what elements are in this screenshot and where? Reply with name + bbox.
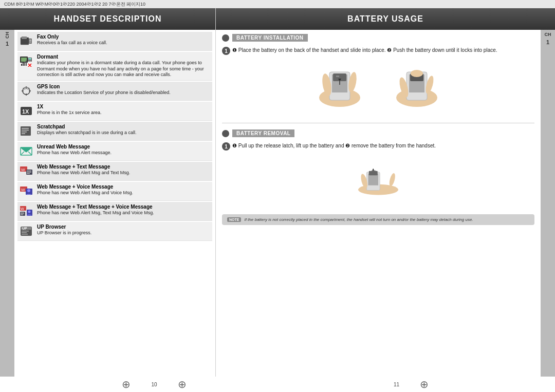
svg-point-82 xyxy=(388,173,397,186)
crosshair-center: ⊕ xyxy=(178,378,187,390)
note-label: NOTE xyxy=(227,217,241,222)
fax-only-title: Fax Only xyxy=(37,34,211,40)
list-item: Dormant Indicates your phone is in a dor… xyxy=(17,52,212,81)
svg-rect-39 xyxy=(27,171,31,171)
up-browser-body: UP Browser is in progress. xyxy=(37,230,211,236)
remove-step1-text: ❶ Pull up the release latch, lift up the… xyxy=(232,142,436,150)
svg-rect-12 xyxy=(21,64,22,66)
gps-icon xyxy=(18,84,34,98)
web-voice-body: Phone has new Web Alert Msg and Voice Ms… xyxy=(37,190,211,196)
gps-title: GPS Icon xyxy=(37,84,211,89)
left-panel: HANDSET DESCRIPTION CH 1 xyxy=(0,8,216,377)
svg-rect-5 xyxy=(29,42,31,43)
battery-install-dot xyxy=(222,34,229,42)
left-header: HANDSET DESCRIPTION xyxy=(0,8,215,30)
svg-rect-4 xyxy=(29,41,31,42)
svg-rect-14 xyxy=(24,62,25,66)
web-text-voice-icon: W xyxy=(18,204,34,218)
remove-step1-circle: 1 xyxy=(222,142,230,151)
svg-rect-50 xyxy=(21,214,24,214)
svg-rect-13 xyxy=(23,63,24,66)
install-step1-part1: ❶ Place the battery on the back of the h… xyxy=(232,47,497,53)
ch-number-right: 1 xyxy=(546,39,549,45)
crosshair-right: ⊕ xyxy=(420,378,429,390)
unread-web-title: Unread Web Message xyxy=(37,144,211,150)
step1-circle: 1 xyxy=(222,47,230,55)
svg-point-53 xyxy=(28,211,31,213)
battery-remove-title: BATTERY REMOVAL xyxy=(232,129,294,137)
svg-rect-3 xyxy=(29,40,31,41)
svg-rect-57 xyxy=(22,231,29,232)
web-text-voice-title: Web Message + Text Message + Voice Messa… xyxy=(37,204,211,210)
dormant-icon xyxy=(18,54,34,68)
up-browser-icon: UP xyxy=(18,224,34,238)
list-item: W Web Message + Voice Message Phone has … xyxy=(17,182,212,201)
svg-rect-66 xyxy=(336,76,339,77)
svg-rect-78 xyxy=(368,174,379,185)
unread-web-icon xyxy=(18,144,34,158)
list-item: W Web Message + Text Message Phone has n… xyxy=(17,162,212,181)
ch-label-right: CH xyxy=(545,32,551,37)
svg-rect-49 xyxy=(21,213,24,213)
svg-rect-29 xyxy=(22,134,25,135)
ch-number-left: 1 xyxy=(6,41,9,47)
svg-rect-26 xyxy=(22,128,29,129)
footer: ⊕ 10 ⊕ 11 ⊕ xyxy=(0,377,555,392)
web-voice-title: Web Message + Voice Message xyxy=(37,184,211,190)
top-bar: CDM 8〄1〄M W〄M〄0〄1〄220 2004〄1〄2 20 7〄온전 페… xyxy=(0,0,555,8)
right-panel: BATTERY USAGE BATTERY INSTALLATION 1 ❶ P… xyxy=(216,8,555,377)
web-voice-icon: W xyxy=(18,184,34,198)
dormant-body: Indicates your phone is in a dormant sta… xyxy=(37,60,211,78)
svg-rect-25 xyxy=(21,126,31,136)
svg-text:W: W xyxy=(21,188,25,192)
1x-icon: 1X xyxy=(18,104,34,118)
gps-body: Indicates the Location Service of your p… xyxy=(37,90,211,96)
svg-rect-10 xyxy=(28,60,31,61)
dormant-title: Dormant xyxy=(37,54,211,60)
svg-text:1X: 1X xyxy=(22,108,29,115)
svg-text:W: W xyxy=(21,167,25,172)
svg-line-34 xyxy=(21,152,24,155)
svg-rect-40 xyxy=(27,172,31,173)
web-text-icon: W xyxy=(18,164,34,178)
battery-installation-section: BATTERY INSTALLATION 1 ❶ Place the batte… xyxy=(222,34,534,115)
list-item: Unread Web Message Phone has new Web Ale… xyxy=(17,142,212,161)
icon-list: Fax Only Receives a fax call as a voice … xyxy=(14,30,215,377)
remove-hand xyxy=(345,155,412,206)
ch-sidebar-left: CH 1 xyxy=(0,30,14,377)
fax-icon xyxy=(18,34,34,48)
ch-sidebar-right: CH 1 xyxy=(541,30,555,377)
svg-rect-51 xyxy=(21,215,23,215)
svg-line-35 xyxy=(28,152,32,155)
note-text: If the battery is not correctly placed i… xyxy=(244,217,473,222)
ch-label-left: CH xyxy=(5,32,10,39)
1x-body: Phone is in the 1x service area. xyxy=(37,110,211,116)
battery-removal-section: BATTERY REMOVAL 1 ❶ Pull up the release … xyxy=(222,129,534,210)
svg-text:UP: UP xyxy=(22,227,27,230)
svg-text:W: W xyxy=(21,207,24,211)
crosshair-left: ⊕ xyxy=(122,378,131,390)
step1-text: ❶ Place the battery on the back of the h… xyxy=(232,47,497,54)
1x-title: 1X xyxy=(37,104,211,109)
web-text-body: Phone has new Web Alert Msg and Text Msg… xyxy=(37,170,211,176)
svg-rect-41 xyxy=(27,173,30,174)
web-text-voice-body: Phone has new Web Alert Msg, Text Msg an… xyxy=(37,210,211,216)
right-header: BATTERY USAGE xyxy=(216,8,555,30)
top-bar-text: CDM 8〄1〄M W〄M〄0〄1〄220 2004〄1〄2 20 7〄온전 페… xyxy=(4,1,145,8)
up-browser-title: UP Browser xyxy=(37,224,211,230)
scratchpad-icon xyxy=(18,124,34,138)
scratchpad-title: Scratchpad xyxy=(37,124,211,129)
svg-rect-9 xyxy=(28,58,31,60)
fax-only-body: Receives a fax call as a voice call. xyxy=(37,40,211,46)
remove-hand-images xyxy=(222,155,534,206)
list-item: Scratchpad Displays when scratchpad is i… xyxy=(17,122,212,141)
list-item: GPS Icon Indicates the Location Service … xyxy=(17,82,212,101)
svg-rect-59 xyxy=(22,234,28,235)
battery-install-title: BATTERY INSTALLATION xyxy=(232,34,308,42)
list-item: UP UP Browser UP Browser is in progress. xyxy=(17,222,212,241)
svg-rect-11 xyxy=(28,61,31,62)
list-item: 1X 1X Phone is in the 1x service area. xyxy=(17,102,212,121)
page-num-left: 10 xyxy=(151,382,157,387)
battery-remove-dot xyxy=(222,130,229,137)
svg-rect-58 xyxy=(22,232,27,233)
